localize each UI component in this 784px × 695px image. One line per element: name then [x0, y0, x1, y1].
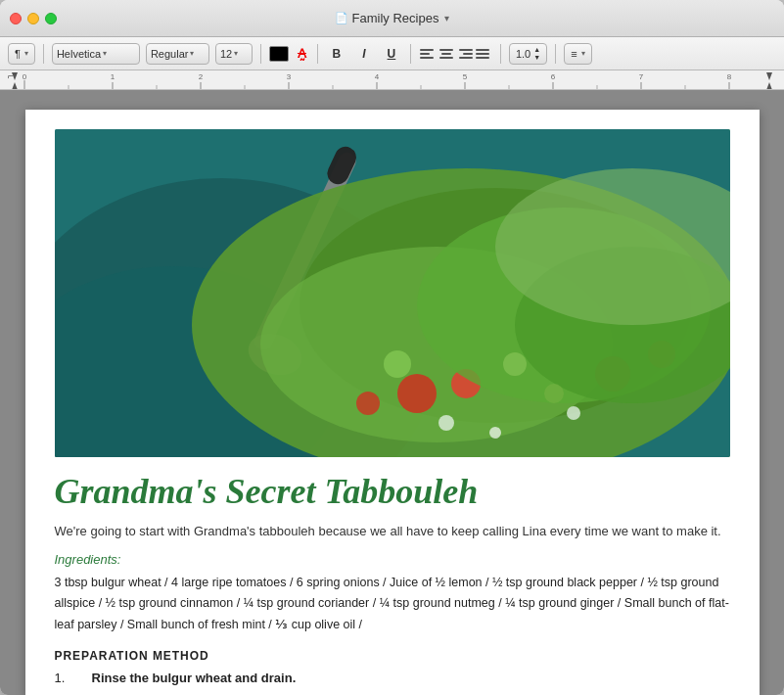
svg-point-49 [438, 415, 454, 431]
ruler-canvas: ⌐ 0 1 2 3 4 5 6 7 [0, 70, 784, 89]
font-size-chevron: ▾ [234, 49, 238, 58]
svg-marker-29 [766, 82, 772, 90]
svg-text:5: 5 [463, 72, 468, 81]
underline-button[interactable]: U [381, 43, 402, 65]
align-group [419, 45, 492, 63]
paragraph-icon: ¶ [15, 48, 21, 60]
text-color-button[interactable] [269, 46, 289, 62]
close-button[interactable] [10, 13, 22, 24]
strikethrough-button[interactable]: A̰ [295, 46, 309, 61]
svg-point-46 [503, 352, 527, 376]
list-chevron: ▾ [581, 49, 585, 58]
separator-4 [410, 44, 411, 64]
ingredients-label: Ingredients: [55, 552, 730, 567]
traffic-lights [10, 13, 57, 24]
svg-point-47 [544, 384, 564, 403]
document-icon: 📄 [335, 12, 348, 24]
svg-text:4: 4 [375, 72, 380, 81]
recipe-intro: We're going to start with Grandma's tabb… [55, 522, 730, 541]
list-icon: ≡ [571, 48, 576, 60]
font-style-chevron: ▾ [190, 49, 194, 58]
page: Grandma's Secret Tabbouleh We're going t… [25, 110, 760, 695]
window-title: Family Recipes [352, 11, 439, 25]
toolbar: ¶ ▾ Helvetica ▾ Regular ▾ 12 ▾ A̰ B I U [0, 37, 784, 70]
svg-point-41 [356, 392, 380, 415]
align-left-button[interactable] [419, 45, 437, 63]
list-button[interactable]: ≡ ▾ [564, 43, 591, 65]
title-bar-center: 📄 Family Recipes ▾ [335, 11, 450, 25]
separator-2 [260, 44, 261, 64]
separator-3 [317, 44, 318, 64]
align-justify-button[interactable] [475, 45, 492, 63]
font-size-value: 12 [220, 48, 232, 60]
svg-marker-28 [766, 72, 772, 80]
svg-text:6: 6 [551, 72, 556, 81]
align-right-button[interactable] [456, 45, 474, 63]
preparation-title: PREPARATION Method [55, 649, 730, 663]
font-style-select[interactable]: Regular ▾ [146, 43, 209, 65]
svg-text:2: 2 [199, 72, 204, 81]
svg-text:1: 1 [111, 72, 115, 81]
hero-image [55, 129, 730, 457]
separator-5 [500, 44, 501, 64]
align-center-button[interactable] [438, 45, 455, 63]
font-size-select[interactable]: 12 ▾ [215, 43, 253, 65]
paragraph-chevron: ▾ [24, 49, 28, 58]
separator-1 [43, 44, 44, 64]
step-1-text: Rinse the bulgur wheat and drain. [92, 671, 297, 685]
paragraph-button[interactable]: ¶ ▾ [8, 43, 35, 65]
document-area[interactable]: Grandma's Secret Tabbouleh We're going t… [0, 90, 784, 695]
title-dropdown-chevron[interactable]: ▾ [444, 13, 449, 23]
maximize-button[interactable] [45, 13, 57, 24]
font-name-value: Helvetica [57, 48, 101, 60]
separator-6 [555, 44, 556, 64]
bold-label: B [333, 47, 342, 61]
italic-button[interactable]: I [353, 43, 375, 65]
italic-label: I [362, 47, 365, 61]
spacing-value: 1.0 [516, 48, 530, 60]
app-window: 📄 Family Recipes ▾ ¶ ▾ Helvetica ▾ Regul… [0, 0, 784, 695]
svg-text:7: 7 [639, 72, 644, 81]
line-spacing-select[interactable]: 1.0 ▲ ▼ [509, 43, 547, 65]
svg-marker-27 [12, 82, 18, 90]
bold-button[interactable]: B [326, 43, 347, 65]
font-name-select[interactable]: Helvetica ▾ [52, 43, 140, 65]
svg-text:0: 0 [23, 72, 27, 81]
svg-point-51 [567, 406, 580, 420]
underline-label: U [388, 47, 396, 61]
ruler-tab-indicator[interactable]: ⌐ [8, 70, 14, 81]
svg-point-50 [489, 427, 501, 439]
title-bar: 📄 Family Recipes ▾ [0, 0, 784, 37]
svg-text:8: 8 [727, 72, 732, 81]
svg-text:3: 3 [287, 72, 292, 81]
ingredients-text: 3 tbsp bulgur wheat / 4 large ripe tomat… [55, 573, 730, 635]
svg-point-39 [397, 374, 437, 413]
svg-point-48 [384, 350, 411, 378]
step-1-number: 1. [55, 671, 70, 685]
minimize-button[interactable] [27, 13, 39, 24]
font-name-chevron: ▾ [103, 49, 107, 58]
ruler: ⌐ 0 1 2 3 4 5 6 7 [0, 70, 784, 90]
font-style-value: Regular [151, 48, 189, 60]
recipe-title: Grandma's Secret Tabbouleh [55, 473, 730, 512]
